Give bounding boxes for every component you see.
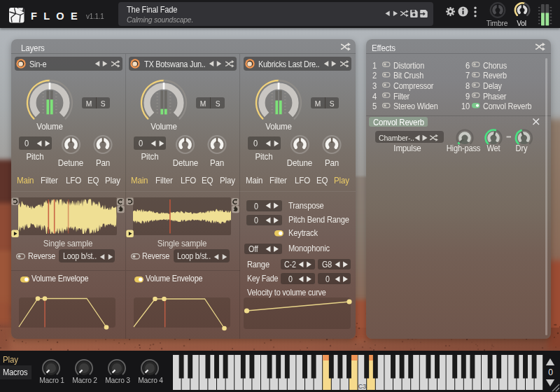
svg-text:0: 0 [548,368,553,377]
svg-text:C3: C3 [358,383,367,390]
